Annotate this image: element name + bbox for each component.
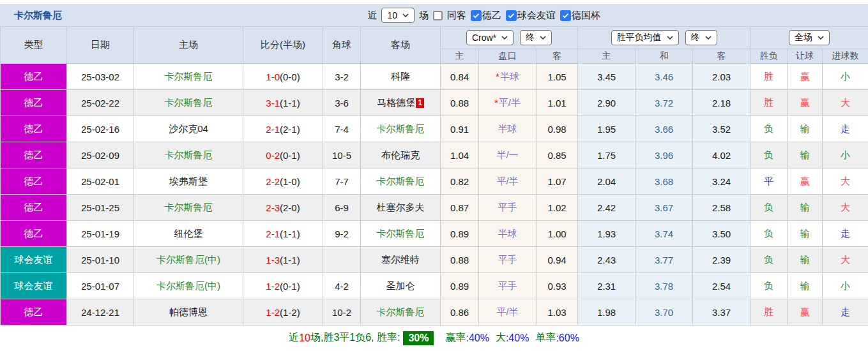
footer-summary: 场,胜3平1负6, 胜率: bbox=[310, 331, 400, 345]
result-wdl: 负 bbox=[750, 247, 788, 273]
col-header-date: 日期 bbox=[67, 27, 134, 64]
result-wdl: 胜 bbox=[750, 90, 788, 116]
away-team-cell: 卡尔斯鲁厄 bbox=[361, 168, 441, 195]
ah-home-odds: 0.88 bbox=[441, 247, 479, 273]
halftime-score: (0-1) bbox=[280, 281, 300, 292]
check-icon bbox=[508, 13, 515, 19]
corner-score: 9-2 bbox=[323, 221, 361, 247]
home-team-cell: 埃弗斯堡 bbox=[134, 168, 243, 195]
ah-away-odds: 0.94 bbox=[537, 247, 578, 273]
eu-home-odds: 2.43 bbox=[578, 247, 636, 273]
footer-single-label: 单率 bbox=[535, 331, 556, 345]
ah-handicap: *半球 bbox=[479, 116, 537, 142]
europe-avg-value: 胜平负均值 bbox=[617, 32, 662, 43]
eu-home-odds: 1.93 bbox=[578, 221, 636, 247]
result-wdl: 负 bbox=[750, 116, 788, 142]
fulltime-score: 1-2 bbox=[266, 281, 280, 292]
chevron-down-icon bbox=[402, 13, 409, 17]
eu-home-odds: 1.98 bbox=[578, 299, 636, 325]
table-row: 德乙 25-02-09 卡尔斯鲁厄 0-2(0-1) 10-5 布伦瑞克 1.0… bbox=[1, 142, 868, 168]
halftime-score: (1-2) bbox=[280, 307, 300, 318]
ah-handicap: *平/半 bbox=[479, 90, 537, 116]
fulltime-score: 2-3 bbox=[266, 202, 280, 213]
filter-controls: 近 10 场 同客 德乙 球会友谊 德国杯 bbox=[367, 8, 600, 23]
ah-away-odds: 1.00 bbox=[537, 221, 578, 247]
eu-home-odds: 2.90 bbox=[578, 90, 636, 116]
subcol-result-handicap: 让球 bbox=[788, 49, 823, 64]
fulltime-score: 2-1 bbox=[266, 124, 280, 135]
eu-home-odds: 2.42 bbox=[578, 195, 636, 221]
europe-time-select[interactable]: 终 bbox=[685, 30, 717, 45]
ah-home-odds: 0.91 bbox=[441, 116, 479, 142]
ah-away-odds: 0.93 bbox=[537, 273, 578, 299]
col-header-corner: 角球 bbox=[323, 27, 361, 64]
table-row: 德乙 25-01-19 纽伦堡 2-1(1-1) 9-2 卡尔斯鲁厄 0.89 … bbox=[1, 221, 868, 247]
competition-filter: 德国杯 bbox=[560, 10, 600, 22]
eu-draw-odds: 3.46 bbox=[636, 64, 693, 90]
eu-home-odds: 3.45 bbox=[578, 64, 636, 90]
col-header-score: 比分(半场) bbox=[243, 27, 323, 64]
handicap-text: 平手 bbox=[498, 280, 517, 291]
match-score: 1-2(1-2) bbox=[243, 299, 323, 325]
eu-home-odds: 2.04 bbox=[578, 168, 636, 195]
europe-dropdown-group: 胜平负均值 终 bbox=[578, 27, 750, 49]
home-team-cell: 卡尔斯鲁厄(中) bbox=[134, 247, 243, 273]
away-team: 塞尔维特 bbox=[381, 254, 420, 265]
footer-ah-label: 赢率 bbox=[445, 331, 466, 345]
corner-score: 7-7 bbox=[323, 168, 361, 195]
eu-draw-odds: 3.68 bbox=[636, 168, 693, 195]
handicap-text: 平手 bbox=[498, 202, 517, 213]
home-team: 卡尔斯鲁厄 bbox=[165, 202, 213, 213]
filter-label: 德国杯 bbox=[572, 10, 600, 22]
summary-footer: 近10场,胜3平1负6, 胜率:30%赢率:40%大:40%单率:60% bbox=[0, 325, 868, 350]
same-away-checkbox[interactable] bbox=[433, 11, 443, 20]
table-row: 球会友谊 25-01-10 卡尔斯鲁厄(中) 1-3(1-1) 塞尔维特 0.8… bbox=[1, 247, 868, 273]
away-team: 卡尔斯鲁厄 bbox=[377, 228, 425, 239]
filter-checkbox[interactable] bbox=[560, 10, 571, 21]
halftime-score: (1-0) bbox=[280, 176, 300, 187]
ah-handicap: *半/一 bbox=[479, 142, 537, 168]
table-row: 德乙 25-03-02 卡尔斯鲁厄 1-0(0-0) 3-2 科隆 0.84 *… bbox=[1, 64, 868, 90]
result-goals: 大 bbox=[823, 195, 868, 221]
eu-draw-odds: 3.72 bbox=[636, 90, 693, 116]
ah-home-odds: 0.88 bbox=[441, 90, 479, 116]
home-team-cell: 帕德博恩 bbox=[134, 299, 243, 325]
home-team: 卡尔斯鲁厄 bbox=[165, 149, 213, 160]
ah-away-odds: 0.98 bbox=[537, 116, 578, 142]
recent-count-select[interactable]: 10 bbox=[381, 8, 415, 23]
recent-count-value: 10 bbox=[387, 10, 397, 20]
bookmaker-select[interactable]: Crow* bbox=[466, 30, 514, 45]
home-team: 卡尔斯鲁厄(中) bbox=[156, 254, 220, 265]
result-handicap: 赢 bbox=[788, 90, 823, 116]
red-card-badge: 1 bbox=[416, 98, 424, 108]
ah-handicap: *半球 bbox=[479, 221, 537, 247]
handicap-text: 平/半 bbox=[496, 306, 518, 317]
ah-handicap: *半球 bbox=[479, 64, 537, 90]
home-team: 帕德博恩 bbox=[169, 306, 208, 317]
type-badge: 德乙 bbox=[1, 90, 67, 116]
halftime-score: (1-1) bbox=[280, 98, 300, 108]
result-wdl: 负 bbox=[750, 195, 788, 221]
subcol-eu-away: 客 bbox=[693, 49, 750, 64]
type-badge: 球会友谊 bbox=[1, 247, 67, 273]
scope-select[interactable]: 全场 bbox=[789, 30, 830, 45]
match-score: 2-2(1-0) bbox=[243, 168, 323, 195]
result-goals: 小 bbox=[823, 273, 868, 299]
europe-avg-select[interactable]: 胜平负均值 bbox=[611, 30, 679, 45]
ah-dropdown-group: Crow* 终 bbox=[441, 27, 578, 49]
fulltime-score: 0-2 bbox=[266, 150, 280, 161]
filter-checkbox[interactable] bbox=[471, 10, 482, 21]
filter-checkbox[interactable] bbox=[506, 10, 517, 21]
win-rate-badge: 30% bbox=[403, 331, 434, 345]
handicap-text: 半/一 bbox=[496, 149, 518, 160]
home-team-cell: 卡尔斯鲁厄(中) bbox=[134, 273, 243, 299]
ah-time-select[interactable]: 终 bbox=[520, 30, 552, 45]
result-handicap: 输 bbox=[788, 221, 823, 247]
away-team: 杜塞尔多夫 bbox=[377, 202, 425, 213]
chevron-down-icon bbox=[818, 36, 824, 40]
ah-home-odds: 0.87 bbox=[441, 195, 479, 221]
competition-filter: 德乙 bbox=[471, 10, 501, 22]
footer-single-value: :60% bbox=[556, 332, 579, 344]
corner-score: 10-2 bbox=[323, 299, 361, 325]
halftime-score: (1-1) bbox=[280, 255, 300, 265]
